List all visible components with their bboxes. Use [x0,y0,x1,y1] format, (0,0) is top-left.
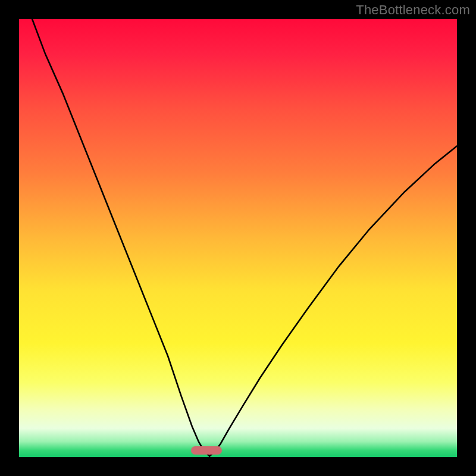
plot-area [19,19,457,457]
curve-right-branch [209,146,457,456]
curve-left-branch [32,19,209,456]
outer-frame: TheBottleneck.com [0,0,476,476]
bottleneck-marker [191,446,222,454]
watermark-text: TheBottleneck.com [356,2,470,18]
bottleneck-curve [19,19,457,457]
